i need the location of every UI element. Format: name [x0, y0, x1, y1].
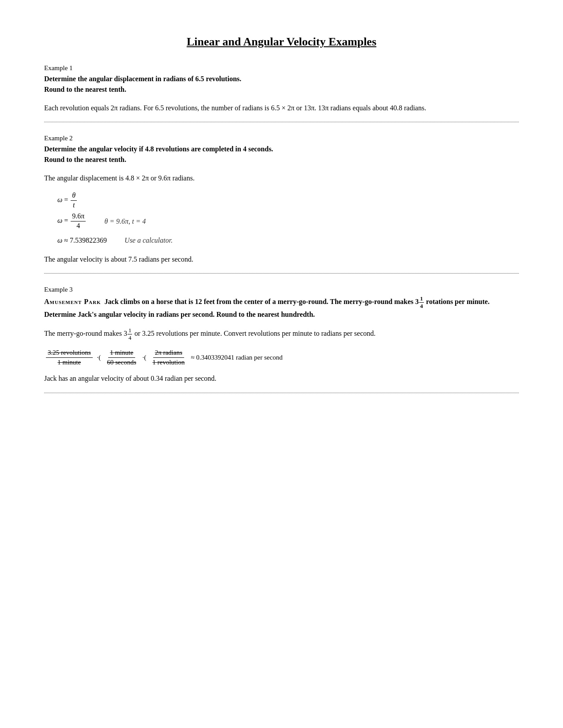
- example-2-section: Example 2 Determine the angular velocity…: [44, 135, 519, 265]
- formula-omega-eq: ω = θ t: [57, 191, 78, 210]
- page-title: Linear and Angular Velocity Examples: [44, 35, 519, 49]
- example-3-section: Example 3 Amusement Park Jack climbs on …: [44, 286, 519, 385]
- example-1-section: Example 1 Determine the angular displace…: [44, 64, 519, 114]
- mult-sign-2: ·(: [143, 354, 147, 361]
- example-3-question: Amusement Park Jack climbs on a horse th…: [44, 295, 519, 320]
- divider-1: [44, 122, 519, 122]
- example-2-label: Example 2: [44, 135, 519, 142]
- example-3-intro: The merry-go-round makes 314 or 3.25 rev…: [44, 327, 519, 341]
- amusement-label: Amusement Park: [44, 298, 101, 305]
- example-1-question: Determine the angular displacement in ra…: [44, 74, 519, 95]
- formula-line-1: ω = θ t: [57, 191, 519, 210]
- example-2-intro: The angular displacement is 4.8 × 2π or …: [44, 172, 519, 184]
- formula-line-2: ω = 9.6π 4 θ = 9.6π, t = 4: [57, 212, 519, 231]
- formula-line-3: ω ≈ 7.539822369 Use a calculator.: [57, 233, 519, 248]
- example-1-label: Example 1: [44, 64, 519, 72]
- formula-omega-val: ω = 9.6π 4: [57, 212, 87, 231]
- example-2-formula-block: ω = θ t ω = 9.6π 4 θ = 9.6π, t = 4 ω ≈ 7…: [57, 191, 519, 248]
- frac-revolutions: 3.25 revolutions 1 minute: [46, 348, 93, 367]
- example-3-conversion: 3.25 revolutions 1 minute ·( 1 minute 60…: [44, 348, 519, 367]
- conversion-result: ≈ 0.3403392041 radian per second: [191, 354, 283, 361]
- example-2-conclusion: The angular velocity is about 7.5 radian…: [44, 253, 519, 265]
- example-3-label: Example 3: [44, 286, 519, 293]
- example-1-body: Each revolution equals 2π radians. For 6…: [44, 102, 519, 114]
- divider-3: [44, 393, 519, 393]
- divider-2: [44, 273, 519, 274]
- formula-omega-approx: ω ≈ 7.539822369: [57, 233, 107, 248]
- frac-radians: 2π radians 1 revolution: [151, 348, 186, 367]
- formula-line-3-note: Use a calculator.: [125, 233, 173, 248]
- example-3-conclusion: Jack has an angular velocity of about 0.…: [44, 372, 519, 384]
- mult-sign-1: ·(: [97, 354, 101, 361]
- formula-line-2-note: θ = 9.6π, t = 4: [104, 214, 146, 229]
- frac-minutes: 1 minute 60 seconds: [105, 348, 138, 367]
- example-2-question: Determine the angular velocity if 4.8 re…: [44, 144, 519, 165]
